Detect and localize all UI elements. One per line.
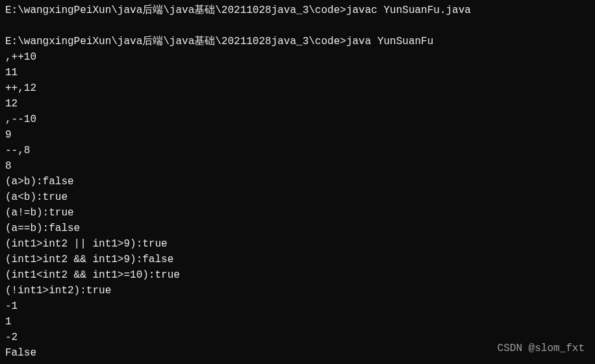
output-line: (!int1>int2):true [5, 283, 590, 298]
output-line: 9 [5, 127, 590, 143]
output-line: (a>b):false [5, 174, 590, 189]
output-line: (a==b):false [5, 221, 590, 236]
output-line: (int1>int2 && int1>9):false [5, 252, 590, 267]
output-line: ,--10 [5, 112, 590, 127]
command-2: java YunSuanFu [346, 36, 433, 47]
output-line: ,++10 [5, 49, 590, 65]
output-line: 1 [5, 314, 590, 330]
watermark: CSDN @slom_fxt [498, 341, 585, 356]
output-line: 11 [5, 65, 590, 80]
output-line: 8 [5, 158, 590, 174]
path-2: E:\wangxingPeiXun\java后端\java基础\20211028… [5, 36, 346, 47]
output-line: --,8 [5, 143, 590, 158]
output-line: (int1>int2 || int1>9):true [5, 236, 590, 252]
path-1: E:\wangxingPeiXun\java后端\java基础\20211028… [5, 5, 346, 16]
output-line: (a<b):true [5, 189, 590, 205]
output-line: (a!=b):true [5, 205, 590, 221]
output-line: 12 [5, 96, 590, 112]
output-line: ++,12 [5, 80, 590, 96]
blank-line [5, 18, 590, 34]
output-line: (int1<int2 && int1>=10):true [5, 267, 590, 283]
prompt-line-2[interactable]: E:\wangxingPeiXun\java后端\java基础\20211028… [5, 34, 590, 49]
output-line: -1 [5, 298, 590, 314]
prompt-line-1[interactable]: E:\wangxingPeiXun\java后端\java基础\20211028… [5, 3, 590, 18]
command-1: javac YunSuanFu.java [346, 5, 471, 16]
